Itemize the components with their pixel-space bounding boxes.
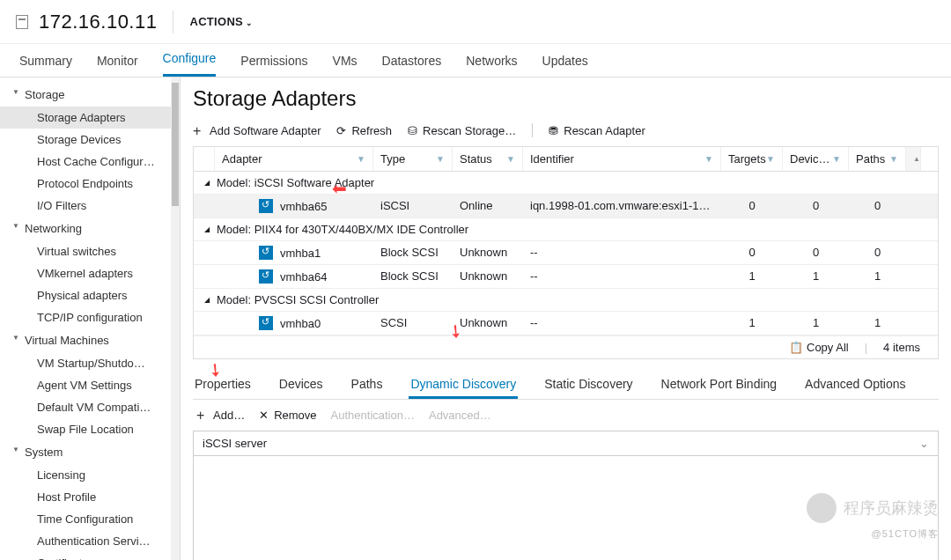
plus-icon [193,125,204,136]
rescan-adapter-icon: ⛃ [549,124,558,137]
table-footer: 📋 Copy All | 4 items [194,335,938,358]
table-row[interactable]: vmhba1 Block SCSI Unknown -- 0 0 0 [194,241,938,265]
detail-tabs: Properties Devices Paths Dynamic Discove… [193,372,939,400]
filter-icon[interactable]: ▼ [704,154,713,164]
sidebar-item-certificate[interactable]: Certificate [0,552,180,560]
dtab-static-discovery[interactable]: Static Discovery [542,372,634,399]
primary-tabs: Summary Monitor Configure Permissions VM… [0,44,951,77]
sidebar: Storage Storage Adapters Storage Devices… [0,77,181,560]
sidebar-group-storage[interactable]: Storage [0,83,180,107]
advanced-button: Advanced… [429,409,491,422]
discovery-toolbar: Add… ✕ Remove Authentication… Advanced… [193,400,939,431]
tab-vms[interactable]: VMs [333,54,358,77]
filter-icon[interactable]: ▼ [766,154,775,164]
adapter-icon [259,246,273,260]
iscsi-header-label: iSCSI server [203,437,267,450]
th-adapter[interactable]: Adapter▼ [215,147,373,171]
sidebar-item-agent-vm[interactable]: Agent VM Settings [0,374,180,396]
sidebar-item-physical-adapters[interactable]: Physical adapters [0,284,180,306]
dtab-properties[interactable]: Properties [193,372,253,399]
dtab-advanced-options[interactable]: Advanced Options [803,372,907,399]
rescan-adapter-button[interactable]: ⛃Rescan Adapter [549,124,645,137]
filter-icon[interactable]: ▼ [436,154,445,164]
dtab-network-port-binding[interactable]: Network Port Binding [660,372,779,399]
adapter-icon [259,316,273,330]
group-row[interactable]: ◢Model: PVSCSI SCSI Controller [194,289,938,312]
actions-label: ACTIONS [189,15,243,28]
remove-button: ✕ Remove [259,409,316,422]
filter-icon[interactable]: ▼ [889,154,898,164]
sidebar-item-protocol-endpoints[interactable]: Protocol Endpoints [0,173,180,195]
sidebar-item-vm-startup[interactable]: VM Startup/Shutdo… [0,352,180,374]
group-row[interactable]: ◢Model: PIIX4 for 430TX/440BX/MX IDE Con… [194,218,938,241]
dtab-devices[interactable]: Devices [277,372,325,399]
table-row[interactable]: vmhba0 SCSI Unknown -- 1 1 1 [194,312,938,335]
sidebar-item-virtual-switches[interactable]: Virtual switches [0,240,180,262]
sidebar-item-io-filters[interactable]: I/O Filters [0,195,180,217]
adapter-icon [259,199,273,213]
th-scroll: ▲ [906,147,921,171]
filter-icon[interactable]: ▼ [357,154,365,164]
sidebar-item-auth-services[interactable]: Authentication Servi… [0,530,180,552]
chevron-down-icon[interactable]: ⌄ [919,437,929,450]
refresh-label: Refresh [351,124,392,137]
tab-configure[interactable]: Configure [163,51,217,77]
tab-summary[interactable]: Summary [19,54,72,77]
chevron-down-icon: ⌄ [246,18,253,27]
top-bar: 172.16.10.11 ACTIONS⌄ [0,0,951,44]
tab-monitor[interactable]: Monitor [97,54,138,77]
actions-menu[interactable]: ACTIONS⌄ [189,15,253,28]
sidebar-scrollbar[interactable] [171,77,180,560]
sidebar-item-storage-devices[interactable]: Storage Devices [0,129,180,151]
th-devices[interactable]: Devic…▼ [783,147,849,171]
table-row[interactable]: vmhba65 iSCSI Online iqn.1998-01.com.vmw… [194,195,938,218]
dtab-paths[interactable]: Paths [350,372,385,399]
table-row[interactable]: vmhba64 Block SCSI Unknown -- 1 1 1 [194,265,938,289]
copy-all-button[interactable]: 📋 Copy All [789,341,848,354]
page-title: Storage Adapters [193,86,939,111]
adapter-name: vmhba64 [280,270,327,284]
table-header: Adapter▼ Type▼ Status▼ Identifier▼ Targe… [194,147,938,172]
rescan-adapter-label: Rescan Adapter [564,124,645,137]
sidebar-item-time-config[interactable]: Time Configuration [0,508,180,530]
iscsi-server-header[interactable]: iSCSI server ⌄ [193,431,939,456]
sidebar-item-default-compat[interactable]: Default VM Compati… [0,396,180,418]
plus-icon [196,409,208,421]
host-ip: 172.16.10.11 [39,11,157,33]
rescan-storage-button[interactable]: ⛁Rescan Storage… [408,124,516,137]
th-type[interactable]: Type▼ [373,147,453,171]
tab-updates[interactable]: Updates [542,54,588,77]
dtab-dynamic-discovery[interactable]: Dynamic Discovery [409,372,518,399]
th-identifier[interactable]: Identifier▼ [523,147,721,171]
adapter-name: vmhba65 [280,200,327,213]
add-iscsi-button[interactable]: Add… [196,409,245,422]
collapse-icon: ◢ [204,225,210,233]
tab-networks[interactable]: Networks [466,54,517,77]
sidebar-group-networking[interactable]: Networking [0,217,180,240]
wechat-icon [807,493,837,523]
sidebar-item-vmkernel[interactable]: VMkernel adapters [0,262,180,284]
sidebar-group-system[interactable]: System [0,440,180,464]
refresh-button[interactable]: ⟳Refresh [336,124,392,137]
sidebar-item-swap-file[interactable]: Swap File Location [0,418,180,440]
th-status[interactable]: Status▼ [453,147,523,171]
sidebar-item-tcpip[interactable]: TCP/IP configuration [0,306,180,328]
tab-permissions[interactable]: Permissions [240,54,307,77]
tab-datastores[interactable]: Datastores [382,54,442,77]
group-row[interactable]: ◢Model: iSCSI Software Adapter [194,172,938,195]
scrollbar-thumb[interactable] [172,83,179,206]
filter-icon[interactable]: ▼ [506,154,515,164]
add-software-adapter-button[interactable]: Add Software Adapter [193,124,321,137]
filter-icon[interactable]: ▼ [832,154,841,164]
th-targets[interactable]: Targets▼ [721,147,783,171]
sidebar-item-licensing[interactable]: Licensing [0,464,180,486]
sidebar-item-host-profile[interactable]: Host Profile [0,486,180,508]
authentication-button: Authentication… [331,409,415,422]
rescan-storage-icon: ⛁ [408,124,417,137]
sidebar-item-storage-adapters[interactable]: Storage Adapters [0,107,180,129]
adapters-table: Adapter▼ Type▼ Status▼ Identifier▼ Targe… [193,146,939,359]
adapter-toolbar: Add Software Adapter ⟳Refresh ⛁Rescan St… [193,120,939,146]
sidebar-item-host-cache[interactable]: Host Cache Configur… [0,151,180,173]
sidebar-group-vm[interactable]: Virtual Machines [0,328,180,352]
th-paths[interactable]: Paths▼ [849,147,906,171]
